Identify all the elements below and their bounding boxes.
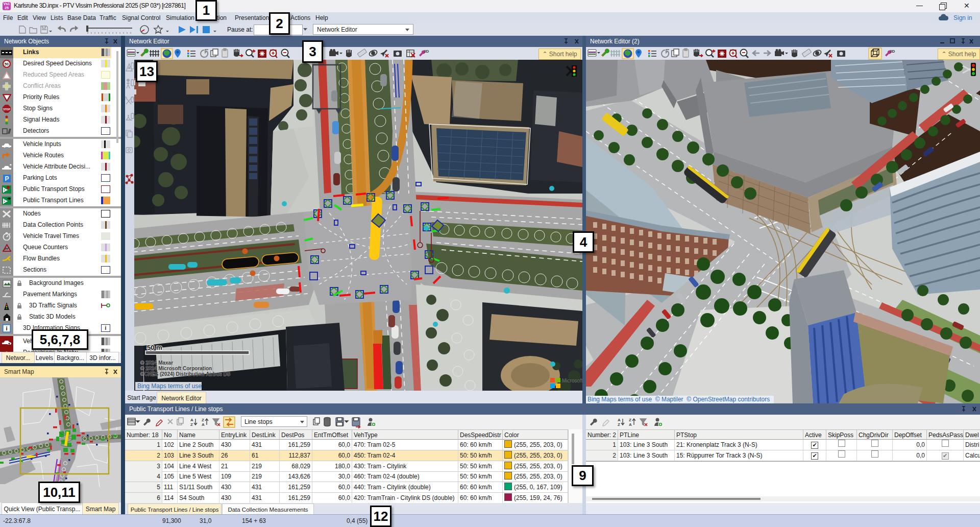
svg-text:Z: Z — [629, 418, 631, 422]
svg-text:Microsoft: Microsoft — [562, 378, 582, 384]
svg-text:©CNES (2024) Distribution Airb: ©CNES (2024) Distribution Airbus DS — [140, 371, 231, 377]
svg-text:A: A — [629, 422, 632, 427]
svg-text:50: 50 — [5, 62, 9, 66]
svg-text:Bing Maps terms of use: Bing Maps terms of use — [137, 382, 202, 390]
svg-text:*: * — [10, 163, 12, 168]
svg-text:A: A — [190, 418, 193, 422]
svg-text:© 2024 Maxar: © 2024 Maxar — [140, 360, 173, 366]
svg-text:STOP: STOP — [3, 108, 10, 111]
svg-text:Z: Z — [618, 422, 620, 427]
svg-text:3D: 3D — [424, 49, 429, 54]
svg-text:Z: Z — [190, 422, 193, 427]
svg-text:50 m: 50 m — [147, 344, 162, 351]
svg-text:A: A — [202, 422, 205, 427]
svg-text:P: P — [5, 175, 9, 182]
svg-text:Z: Z — [202, 418, 204, 422]
svg-text:A: A — [618, 418, 621, 422]
svg-text:© 2024 Microsoft Corporation: © 2024 Microsoft Corporation — [140, 366, 212, 371]
svg-text:3D: 3D — [890, 49, 895, 54]
svg-text:i: i — [6, 325, 7, 331]
